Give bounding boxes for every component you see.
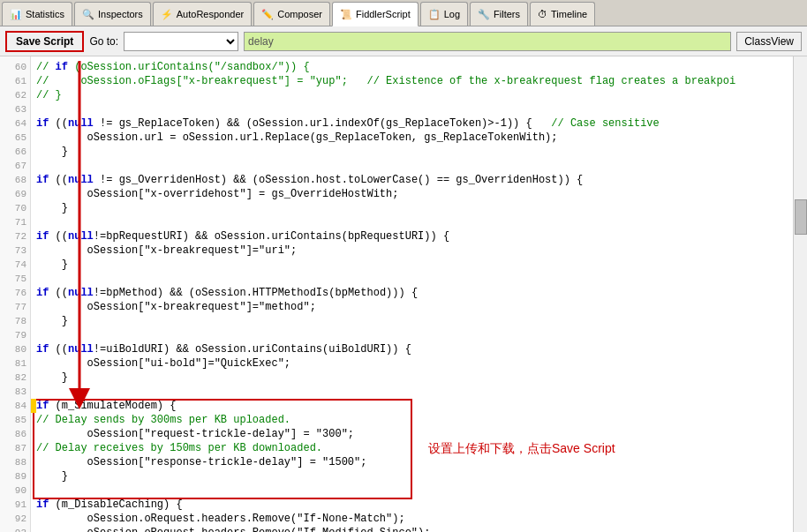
code-line: if ((null!=bpMethod) && (oSession.HTTPMe… <box>36 286 788 300</box>
line-numbers: 6061626364656667686970717273747576777879… <box>0 56 31 532</box>
code-line: oSession.oRequest.headers.Remove("If-Non… <box>36 512 788 526</box>
code-line: oSession["x-overridehost"] = gs_Override… <box>36 187 788 201</box>
composer-icon: ✏️ <box>261 9 274 20</box>
code-line: oSession["x-breakrequest"]="method"; <box>36 300 788 314</box>
goto-select[interactable] <box>124 32 238 51</box>
code-line: // oSession.oFlags["x-breakrequest"] = "… <box>36 74 788 88</box>
tab-timeline-label: Timeline <box>551 9 587 19</box>
code-line: if ((null!=uiBoldURI) && oSession.uriCon… <box>36 342 788 356</box>
code-line <box>36 272 788 286</box>
vertical-scrollbar[interactable] <box>793 56 807 532</box>
code-line: if ((null != gs_OverridenHost) && (oSess… <box>36 173 788 187</box>
filters-icon: 🔧 <box>478 9 490 20</box>
statistics-icon: 📊 <box>10 9 22 20</box>
code-line: oSession.url = oSession.url.Replace(gs_R… <box>36 131 788 145</box>
tab-composer-label: Composer <box>277 9 322 19</box>
code-line: if (m_SimulateModem) { <box>36 399 788 413</box>
tab-inspectors-label: Inspectors <box>98 9 143 19</box>
tab-fiddlerscript-label: FiddlerScript <box>356 9 411 19</box>
tab-filters-label: Filters <box>494 9 520 19</box>
code-line: } <box>36 469 788 483</box>
tab-log[interactable]: 📋 Log <box>420 2 468 26</box>
tab-composer[interactable]: ✏️ Composer <box>253 2 330 26</box>
code-line: if (m_DisableCaching) { <box>36 498 788 512</box>
code-line: oSession["x-breakrequest"]="uri"; <box>36 244 788 258</box>
fiddlerscript-icon: 📜 <box>340 9 352 20</box>
tab-inspectors[interactable]: 🔍 Inspectors <box>74 2 151 26</box>
code-line: if ((null != gs_ReplaceToken) && (oSessi… <box>36 116 788 131</box>
search-input[interactable] <box>244 32 731 51</box>
save-script-button[interactable]: Save Script <box>5 31 84 52</box>
code-container: 6061626364656667686970717273747576777879… <box>0 56 807 532</box>
tab-log-label: Log <box>444 9 460 19</box>
code-line: } <box>36 314 788 328</box>
code-line: // Delay receives by 150ms per KB downlo… <box>36 441 788 455</box>
code-line: // if (oSession.uriContains("/sandbox/")… <box>36 60 788 74</box>
toolbar: Save Script Go to: ClassView <box>0 26 807 56</box>
code-line: } <box>36 258 788 272</box>
code-line: // Delay sends by 300ms per KB uploaded. <box>36 413 788 427</box>
code-line: oSession.oRequest.headers.Remove("If-Mod… <box>36 526 788 532</box>
code-line <box>36 328 788 342</box>
tab-filters[interactable]: 🔧 Filters <box>470 2 528 26</box>
code-line: } <box>36 145 788 159</box>
code-line <box>36 385 788 399</box>
code-line <box>36 102 788 116</box>
autoresponder-icon: ⚡ <box>161 9 173 20</box>
tab-autoresponder-label: AutoResponder <box>177 9 244 19</box>
code-line <box>36 159 788 173</box>
code-line: oSession["ui-bold"]="QuickExec"; <box>36 356 788 371</box>
code-area[interactable]: // if (oSession.uriContains("/sandbox/")… <box>31 56 793 532</box>
tab-bar: 📊 Statistics 🔍 Inspectors ⚡ AutoResponde… <box>0 0 807 26</box>
inspectors-icon: 🔍 <box>82 9 94 20</box>
tab-fiddlerscript[interactable]: 📜 FiddlerScript <box>332 2 419 26</box>
code-line: // } <box>36 88 788 102</box>
code-line: if ((null!=bpRequestURI) && oSession.uri… <box>36 229 788 244</box>
code-line: } <box>36 201 788 215</box>
timeline-icon: ⏱ <box>538 9 547 19</box>
code-line <box>36 483 788 498</box>
tab-statistics-label: Statistics <box>26 9 64 19</box>
breakpoint-marker <box>31 399 36 413</box>
scrollbar-thumb[interactable] <box>795 199 807 235</box>
tab-autoresponder[interactable]: ⚡ AutoResponder <box>153 2 252 26</box>
code-line: } <box>36 371 788 385</box>
code-line: oSession["request-trickle-delay"] = "300… <box>36 427 788 441</box>
goto-label: Go to: <box>89 35 118 48</box>
classview-button[interactable]: ClassView <box>736 32 802 51</box>
code-line <box>36 215 788 229</box>
code-line: oSession["response-trickle-delay"] = "15… <box>36 455 788 469</box>
log-icon: 📋 <box>428 9 441 20</box>
tab-statistics[interactable]: 📊 Statistics <box>2 2 72 26</box>
tab-timeline[interactable]: ⏱ Timeline <box>530 2 595 26</box>
